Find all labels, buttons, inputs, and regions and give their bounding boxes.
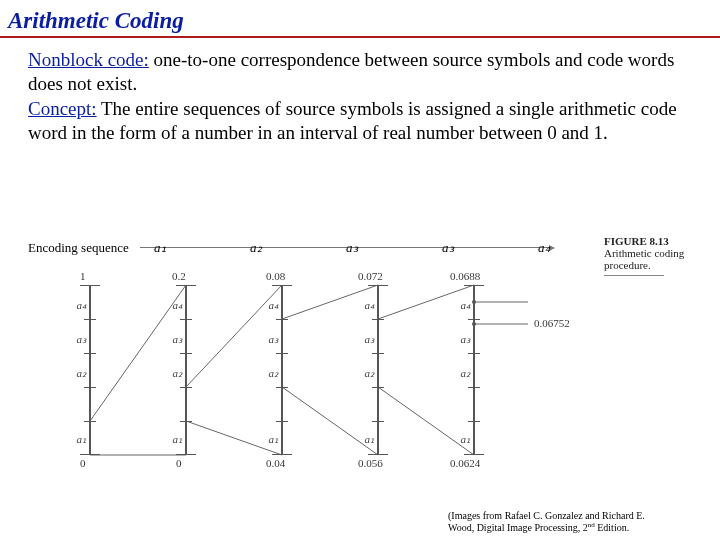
interval-panel-3: 0.08 0.04 a₄ a₃ a₂ a₁ [252,285,312,455]
interval-panel-5: 0.0688 0.0624 a₄ a₃ a₂ a₁ 0.06752 [444,285,504,455]
interval-panel-2: 0.2 0 a₄ a₃ a₂ a₁ [156,285,216,455]
interval-panel-4: 0.072 0.056 a₄ a₃ a₂ a₁ [348,285,408,455]
encoding-sequence-row: Encoding sequence a₁ a₂ a₃ a₃ a₄ [28,235,692,265]
interval-panel-1: 1 0 a₄ a₃ a₂ a₁ [60,285,120,455]
body-paragraph: Nonblock code: one-to-one correspondence… [0,38,720,145]
final-value: 0.06752 [534,317,570,329]
keyword-concept: Concept: [28,98,97,119]
image-credit: (Images from Rafael C. Gonzalez and Rich… [448,510,708,534]
figure-caption: FIGURE 8.13 Arithmetic coding procedure. [604,235,704,276]
encseq-sym-5: a₄ [538,240,550,256]
figure-text: Arithmetic coding procedure. [604,247,704,271]
encseq-arrow [140,247,550,248]
interval-panels: 1 0 a₄ a₃ a₂ a₁ 0.2 0 a₄ a₃ a₂ a₁ [28,265,588,465]
encseq-sym-3: a₃ [346,240,358,256]
encseq-label: Encoding sequence [28,240,129,256]
keyword-nonblock: Nonblock code: [28,49,149,70]
arithmetic-coding-diagram: Encoding sequence a₁ a₂ a₃ a₃ a₄ [28,235,692,475]
slide-title: Arithmetic Coding [0,0,720,34]
encseq-sym-2: a₂ [250,240,262,256]
figure-number: FIGURE 8.13 [604,235,704,247]
encseq-sym-4: a₃ [442,240,454,256]
encseq-sym-1: a₁ [154,240,166,256]
text-concept: The entire sequences of source symbols i… [28,98,677,143]
